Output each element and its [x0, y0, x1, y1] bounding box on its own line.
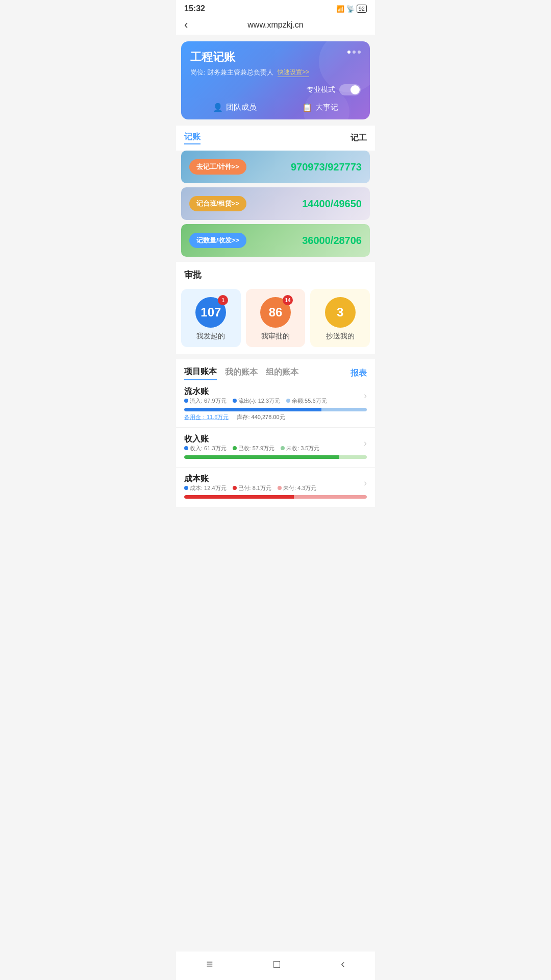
- account-cost-header: 成本账 成本: 12.4万元 已付: 8.1万元 未付: 4.3万元 ›: [184, 474, 367, 492]
- income-progress: [184, 455, 367, 459]
- bottom-nav: ≡ □ ‹: [176, 951, 375, 980]
- nav-bar: ‹ www.xmpzkj.cn: [176, 15, 375, 35]
- milestone-icon: 📋: [302, 103, 312, 112]
- account-cost-name: 成本账: [184, 474, 209, 483]
- hero-subtitle: 岗位: 财务兼主管兼总负责人 快速设置>>: [190, 68, 361, 77]
- hero-actions: 👤 团队成员 📋 大事记: [190, 103, 361, 112]
- ledger-tab-mine[interactable]: 我的账本: [225, 367, 258, 380]
- label-approve: 我审批的: [261, 332, 290, 341]
- account-row-cost[interactable]: 成本账 成本: 12.4万元 已付: 8.1万元 未付: 4.3万元 ›: [176, 468, 375, 507]
- menu-button[interactable]: ≡: [206, 958, 213, 971]
- stat-inflow: 流入: 67.9万元: [184, 397, 227, 405]
- ledger-section: 项目账本 我的账本 组的账本 报表 流水账 流入: 67.9万元 流出(-): …: [176, 359, 375, 507]
- inventory-text: 库存: 440,278.00元: [237, 413, 285, 421]
- back-nav-button[interactable]: ‹: [341, 958, 344, 971]
- hero-position: 岗位: 财务兼主管兼总负责人: [190, 68, 273, 77]
- account-cost-stats: 成本: 12.4万元 已付: 8.1万元 未付: 4.3万元: [184, 484, 316, 492]
- cost-progress: [184, 495, 367, 499]
- dot-1: [347, 51, 350, 54]
- account-income-header: 收入账 收入: 61.3万元 已收: 57.9万元 未收: 3.5万元 ›: [184, 434, 367, 452]
- quick-setup-link[interactable]: 快速设置>>: [278, 68, 309, 77]
- approval-title: 审批: [176, 262, 375, 285]
- mode-label: 专业模式: [307, 85, 335, 94]
- ledger-tabs-row: 项目账本 我的账本 组的账本 报表: [176, 359, 375, 380]
- account-cost-left: 成本账 成本: 12.4万元 已付: 8.1万元 未付: 4.3万元: [184, 474, 316, 492]
- status-icons: 📶 📡 92: [336, 5, 367, 13]
- tab-work[interactable]: 记工: [350, 133, 367, 143]
- hero-card: 工程记账 岗位: 财务兼主管兼总负责人 快速设置>> 专业模式 👤 团队成员 📋…: [181, 41, 370, 119]
- team-label: 团队成员: [226, 103, 257, 112]
- circle-cc: 3: [325, 297, 356, 328]
- approval-section: 审批 107 1 我发起的 86 14 我审批的 3 抄送: [176, 262, 375, 354]
- count-approve: 86: [269, 305, 283, 320]
- hero-dots: [347, 51, 361, 54]
- work-value-1: 970973/927773: [291, 161, 362, 173]
- account-income-stats: 收入: 61.3万元 已收: 57.9万元 未收: 3.5万元: [184, 445, 319, 452]
- milestone-label: 大事记: [315, 103, 338, 112]
- signal-icon: 📶: [336, 5, 344, 13]
- approval-card-approve[interactable]: 86 14 我审批的: [246, 289, 306, 347]
- nav-title: www.xmpzkj.cn: [247, 20, 303, 30]
- work-card-1[interactable]: 去记工/计件>> 970973/927773: [181, 151, 370, 183]
- cashflow-chevron: ›: [364, 390, 367, 401]
- ledger-tab-group[interactable]: 组的账本: [266, 367, 298, 380]
- ledger-tabs: 项目账本 我的账本 组的账本: [184, 366, 298, 380]
- work-btn-2[interactable]: 记台班/租赁>>: [189, 196, 246, 211]
- report-button[interactable]: 报表: [350, 368, 367, 379]
- record-tab-row: 记账 记工: [176, 126, 375, 151]
- account-row-income[interactable]: 收入账 收入: 61.3万元 已收: 57.9万元 未收: 3.5万元 ›: [176, 428, 375, 468]
- work-btn-1[interactable]: 去记工/计件>>: [189, 159, 246, 175]
- hero-row2: 专业模式: [190, 84, 361, 95]
- account-cashflow-name: 流水账: [184, 386, 209, 397]
- circle-approve: 86 14: [260, 297, 291, 328]
- cashflow-extra: 备用金：11.6万元 库存: 440,278.00元: [184, 413, 367, 421]
- back-button[interactable]: ‹: [184, 18, 188, 32]
- cost-chevron: ›: [364, 478, 367, 488]
- stat-outflow: 流出(-): 12.3万元: [233, 397, 281, 405]
- dot-3: [358, 51, 361, 54]
- dot-2: [353, 51, 356, 54]
- account-row-cashflow[interactable]: 流水账 流入: 67.9万元 流出(-): 12.3万元 余额:55.6万元 ›: [176, 380, 375, 428]
- count-cc: 3: [337, 305, 343, 320]
- approval-card-cc[interactable]: 3 抄送我的: [310, 289, 370, 347]
- account-income-left: 收入账 收入: 61.3万元 已收: 57.9万元 未收: 3.5万元: [184, 434, 319, 452]
- account-cashflow-left: 流水账 流入: 67.9万元 流出(-): 12.3万元 余额:55.6万元: [184, 386, 327, 405]
- status-time: 15:32: [184, 4, 205, 13]
- work-card-3[interactable]: 记数量/收发>> 36000/28706: [181, 224, 370, 257]
- ledger-tab-project[interactable]: 项目账本: [184, 366, 217, 380]
- status-bar: 15:32 📶 📡 92: [176, 0, 375, 15]
- approval-cards: 107 1 我发起的 86 14 我审批的 3 抄送我的: [176, 285, 375, 354]
- professional-mode: 专业模式: [307, 84, 361, 95]
- reserve-fund-link[interactable]: 备用金：11.6万元: [184, 413, 229, 421]
- mode-toggle[interactable]: [339, 84, 361, 95]
- milestones-button[interactable]: 📋 大事记: [302, 103, 338, 112]
- tab-ledger[interactable]: 记账: [184, 132, 201, 144]
- hero-title: 工程记账: [190, 50, 361, 65]
- work-value-3: 36000/28706: [302, 235, 362, 247]
- stat-unpaid: 未付: 4.3万元: [278, 484, 316, 492]
- account-cashflow-stats: 流入: 67.9万元 流出(-): 12.3万元 余额:55.6万元: [184, 397, 327, 405]
- count-initiated: 107: [201, 305, 221, 320]
- approval-card-initiated[interactable]: 107 1 我发起的: [181, 289, 241, 347]
- stat-balance: 余额:55.6万元: [286, 397, 327, 405]
- stat-income: 收入: 61.3万元: [184, 445, 227, 452]
- stat-cost: 成本: 12.4万元: [184, 484, 227, 492]
- team-members-button[interactable]: 👤 团队成员: [213, 103, 257, 112]
- work-btn-3[interactable]: 记数量/收发>>: [189, 233, 246, 248]
- work-card-2[interactable]: 记台班/租赁>> 14400/49650: [181, 187, 370, 220]
- work-value-2: 14400/49650: [302, 198, 362, 210]
- label-cc: 抄送我的: [326, 332, 355, 341]
- stat-paid: 已付: 8.1万元: [233, 484, 271, 492]
- account-cashflow-header: 流水账 流入: 67.9万元 流出(-): 12.3万元 余额:55.6万元 ›: [184, 386, 367, 405]
- badge-initiated: 1: [218, 295, 228, 305]
- badge-approve: 14: [283, 295, 293, 305]
- income-chevron: ›: [364, 438, 367, 449]
- circle-initiated: 107 1: [195, 297, 226, 328]
- battery-icon: 92: [357, 5, 367, 13]
- home-button[interactable]: □: [273, 958, 280, 971]
- cashflow-progress: [184, 408, 367, 411]
- wifi-icon: 📡: [346, 5, 355, 13]
- stat-unreceived: 未收: 3.5万元: [281, 445, 319, 452]
- stat-received: 已收: 57.9万元: [233, 445, 275, 452]
- account-income-name: 收入账: [184, 434, 209, 443]
